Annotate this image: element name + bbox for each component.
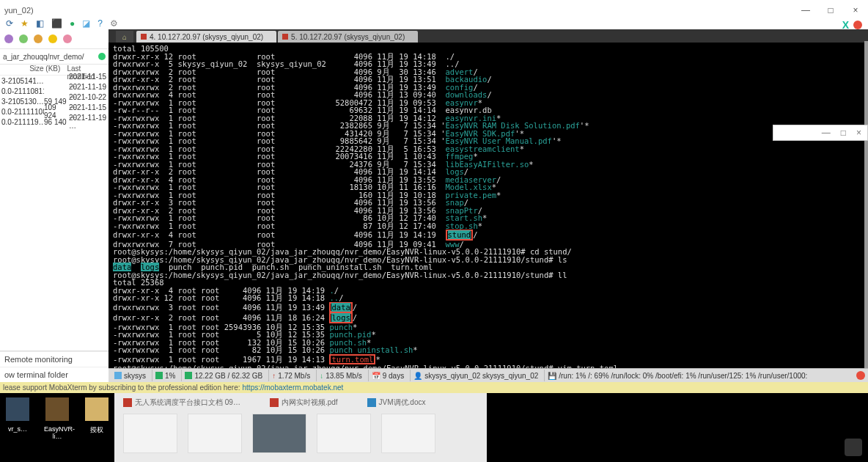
recent-doc[interactable]: 内网实时视频.pdf (270, 397, 338, 408)
recent-doc[interactable]: 无人系统调度平台接口文档 09… (123, 397, 240, 408)
desktop-icon[interactable]: EasyNVR-li… (44, 397, 70, 462)
tool-icon[interactable]: ★ (21, 18, 29, 29)
doc-thumb[interactable] (252, 414, 306, 453)
status-cpu: 1% (152, 370, 178, 381)
file-list: 3-2105141…2021-11-15 …0.0-211108112021-1… (0, 76, 108, 127)
status-down: ↓13.85 Mb/s (316, 370, 364, 381)
sftp-icon[interactable] (19, 34, 28, 43)
sftp-toolbar (0, 29, 108, 49)
session-tabs: ⌂ 4. 10.127.20.97 (skysys_qiyun_02) 5. 1… (108, 29, 868, 43)
doc-thumb[interactable] (188, 414, 242, 453)
terminal[interactable]: total 105500 drwxr-xr-x 12 root root 409… (108, 43, 868, 374)
tab-icon (282, 34, 288, 40)
sftp-sidebar: a_jar_zhouqq/nvr_demo/ Size (KB) Last mo… (0, 29, 109, 382)
desktop-icon[interactable]: 授权 (84, 397, 110, 462)
promo-link[interactable]: https://mobaxterm.mobatek.net (243, 384, 344, 392)
status-host: skysys (111, 370, 149, 381)
doc-thumb[interactable] (317, 414, 371, 453)
sidebar-tab-follow[interactable]: ow terminal folder (0, 367, 108, 382)
recent-panel: 无人系统调度平台接口文档 09… 内网实时视频.pdf JVM调优.docx (114, 393, 487, 462)
background-window-controls: — □ × (773, 125, 868, 141)
desktop-icon[interactable]: vr_s… (4, 397, 31, 462)
sftp-icon[interactable] (34, 34, 43, 43)
bg-min[interactable]: — (822, 128, 831, 138)
bg-close[interactable]: × (856, 128, 861, 138)
sftp-icon[interactable] (4, 34, 13, 43)
window-title: yun_02) (0, 6, 34, 15)
tool-icon[interactable]: ⟳ (6, 18, 13, 29)
status-disks: 💾/run: 1% /: 69% /run/lock: 0% /boot/efi… (544, 370, 810, 381)
terminal-scrollbar[interactable] (864, 41, 868, 371)
session-tab-5[interactable]: 5. 10.127.20.97 (skysys_qiyun_02) (278, 31, 418, 43)
connected-icon (98, 53, 106, 60)
chat-bubble-icon[interactable] (845, 439, 862, 456)
doc-thumb[interactable] (123, 414, 177, 453)
status-uptime: 📅9 days (368, 370, 407, 381)
tool-icon[interactable]: ? (98, 18, 103, 29)
sftp-path[interactable]: a_jar_zhouqq/nvr_demo/ (0, 49, 108, 65)
sftp-icon[interactable] (48, 34, 57, 43)
status-up: ↑1.72 Mb/s (268, 370, 313, 381)
desktop-area: vr_s… EasyNVR-li… 授权 无人系统调度平台接口文档 09… 内网… (0, 393, 868, 462)
exit-icon[interactable] (853, 21, 862, 29)
bg-max[interactable]: □ (841, 128, 846, 138)
session-tab-4[interactable]: 4. 10.127.20.97 (skysys_qiyun_02) (136, 31, 276, 43)
file-row[interactable]: 0.0-211119…96 1402021-11-19 … (0, 117, 108, 127)
home-tab[interactable]: ⌂ (116, 31, 133, 43)
tool-icon[interactable]: ● (70, 18, 75, 29)
doc-thumb[interactable] (381, 414, 435, 453)
sidebar-tab-remote[interactable]: Remote monitoring (0, 351, 108, 367)
promo-bar: lease support MobaXterm by subscribing t… (0, 382, 868, 393)
status-close-icon[interactable] (856, 371, 865, 380)
sftp-icon[interactable] (63, 34, 72, 43)
tool-icon[interactable]: ⬛ (51, 18, 62, 29)
tool-icon[interactable]: ◪ (82, 18, 90, 29)
toolbar: ⟳ ★ ◧ ⬛ ● ◪ ? ⚙ (0, 18, 868, 29)
status-mem: 12.22 GB / 62.32 GB (181, 370, 265, 381)
recent-doc[interactable]: JVM调优.docx (367, 397, 426, 408)
tool-icon[interactable]: ◧ (36, 18, 44, 29)
status-user: 👤skysys_qiyun_02 skysys_qiyun_02 (410, 370, 541, 381)
tool-icon[interactable]: ⚙ (110, 18, 118, 29)
status-bar: skysys 1% 12.22 GB / 62.32 GB ↑1.72 Mb/s… (108, 368, 868, 382)
tab-icon (141, 34, 147, 40)
